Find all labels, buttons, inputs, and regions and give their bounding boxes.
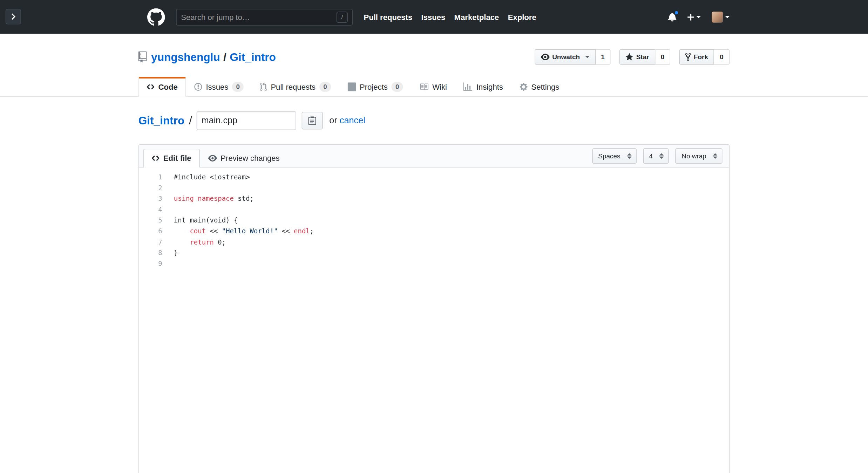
line-number: 7	[139, 237, 162, 248]
code-line[interactable]: return 0;	[174, 237, 725, 248]
user-menu-button[interactable]	[712, 11, 730, 22]
line-number: 2	[139, 183, 162, 194]
line-number: 3	[139, 194, 162, 205]
book-icon	[420, 82, 428, 91]
tab-label: Edit file	[163, 154, 191, 163]
search-box[interactable]: /	[176, 8, 353, 25]
repo-owner-link[interactable]: yungshenglu	[151, 50, 220, 63]
code-line[interactable]: int main(void) {	[174, 215, 725, 226]
tab-label: Settings	[531, 82, 559, 91]
header-right	[668, 11, 730, 22]
tab-wiki[interactable]: Wiki	[411, 77, 455, 97]
select-caret-icon	[659, 153, 664, 159]
tab-preview-changes[interactable]: Preview changes	[199, 149, 288, 168]
graph-icon	[463, 82, 472, 91]
repo-title-separator: /	[223, 50, 226, 63]
project-icon	[347, 82, 356, 91]
tab-label: Issues	[206, 82, 228, 91]
gear-icon	[520, 82, 527, 91]
stargazers-count[interactable]: 0	[655, 49, 671, 65]
git-pull-request-icon	[260, 82, 267, 91]
clipboard-icon	[308, 116, 316, 125]
line-number: 5	[139, 215, 162, 226]
indent-mode-value: Spaces	[598, 152, 620, 160]
search-input[interactable]	[181, 13, 337, 21]
repo-tabs: Code Issues 0 Pull requests 0	[138, 77, 730, 97]
tab-code[interactable]: Code	[138, 77, 186, 97]
unwatch-label: Unwatch	[552, 53, 580, 61]
code-line[interactable]: using namespace std;	[174, 194, 725, 205]
code-line[interactable]	[174, 183, 725, 194]
code-lines[interactable]: #include <iostream>using namespace std;i…	[162, 167, 729, 473]
fork-icon	[685, 53, 691, 61]
fork-label: Fork	[694, 53, 708, 61]
fork-button[interactable]: Fork	[679, 49, 714, 65]
nav-pull-requests[interactable]: Pull requests	[364, 13, 412, 21]
pull-requests-counter: 0	[319, 82, 331, 92]
tab-label: Wiki	[432, 82, 447, 91]
tab-issues[interactable]: Issues 0	[186, 77, 252, 97]
indent-size-select[interactable]: 4	[643, 148, 669, 164]
nav-marketplace[interactable]: Marketplace	[454, 13, 499, 21]
wrap-mode-select[interactable]: No wrap	[676, 148, 723, 164]
indent-mode-select[interactable]: Spaces	[592, 148, 636, 164]
tab-label: Pull requests	[271, 82, 316, 91]
star-button[interactable]: Star	[619, 49, 655, 65]
tab-label: Projects	[360, 82, 388, 91]
code-line[interactable]	[174, 205, 725, 215]
chevron-down-icon	[725, 16, 730, 20]
notifications-button[interactable]	[668, 12, 677, 22]
tab-label: Code	[158, 82, 178, 91]
breadcrumb-separator: /	[189, 114, 192, 127]
star-icon	[626, 53, 633, 61]
page: / Pull requests Issues Marketplace Explo…	[0, 0, 868, 473]
tab-insights[interactable]: Insights	[455, 77, 511, 97]
tab-settings[interactable]: Settings	[511, 77, 568, 97]
copy-path-button[interactable]	[301, 112, 323, 130]
line-number: 4	[139, 205, 162, 215]
nav-issues[interactable]: Issues	[421, 13, 445, 21]
projects-counter: 0	[392, 82, 403, 92]
repo-name-link[interactable]: Git_intro	[230, 50, 276, 63]
repo-title: yungshenglu / Git_intro	[138, 50, 276, 63]
repo-pagehead: yungshenglu / Git_intro Unwatch 1	[0, 34, 868, 97]
line-number: 8	[139, 248, 162, 259]
code-line[interactable]	[174, 259, 725, 270]
slash-key-hint: /	[337, 11, 348, 22]
create-new-button[interactable]	[687, 13, 701, 21]
wrap-mode-value: No wrap	[681, 152, 706, 160]
nav-explore[interactable]: Explore	[508, 13, 536, 21]
eye-icon	[541, 53, 549, 61]
unwatch-button[interactable]: Unwatch	[535, 49, 596, 65]
sidebar-toggle-button[interactable]	[6, 9, 21, 24]
top-nav: Pull requests Issues Marketplace Explore	[364, 13, 536, 21]
code-line[interactable]: cout << "Hello World!" << endl;	[174, 226, 725, 237]
tab-pull-requests[interactable]: Pull requests 0	[252, 77, 339, 97]
cancel-link[interactable]: cancel	[340, 116, 365, 125]
plus-icon	[687, 13, 694, 21]
filename-input[interactable]	[196, 111, 296, 130]
gutter: 123456789	[139, 167, 162, 473]
github-logo[interactable]	[147, 8, 165, 26]
forks-count[interactable]: 0	[714, 49, 730, 65]
avatar	[712, 11, 723, 22]
chevron-down-icon	[585, 56, 589, 60]
star-label: Star	[636, 53, 649, 61]
code-icon	[147, 82, 154, 91]
code-line[interactable]: #include <iostream>	[174, 172, 725, 183]
line-number: 1	[139, 172, 162, 183]
code-editor[interactable]: 123456789 #include <iostream>using names…	[139, 167, 729, 473]
chevron-down-icon	[696, 16, 701, 20]
repo-icon	[138, 52, 147, 63]
tab-projects[interactable]: Projects 0	[339, 77, 412, 97]
code-line[interactable]: }	[174, 248, 725, 259]
issues-counter: 0	[232, 82, 244, 92]
line-number: 6	[139, 226, 162, 237]
breadcrumb-repo-link[interactable]: Git_intro	[138, 114, 185, 127]
watchers-count[interactable]: 1	[595, 49, 611, 65]
select-caret-icon	[627, 153, 631, 159]
tab-edit-file[interactable]: Edit file	[143, 149, 199, 168]
eye-icon	[208, 154, 217, 163]
line-number: 9	[139, 259, 162, 270]
indent-size-value: 4	[649, 152, 653, 160]
